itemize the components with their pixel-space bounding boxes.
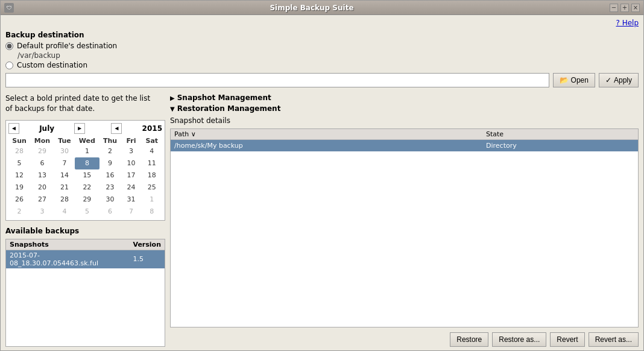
calendar-day[interactable]: 24 [121, 182, 141, 194]
calendar-day[interactable]: 2 [99, 145, 121, 157]
available-backups-title: Available backups [5, 227, 165, 235]
calendar-day[interactable]: 25 [142, 182, 162, 194]
calendar-day[interactable]: 7 [121, 206, 141, 218]
snapshot-details-title: Snapshot details [170, 116, 639, 125]
calendar-day[interactable]: 29 [75, 194, 99, 206]
calendar-day[interactable]: 20 [30, 182, 54, 194]
maximize-button[interactable]: + [620, 4, 629, 12]
apply-icon: ✓ [605, 76, 611, 84]
left-panel: Select a bold printed date to get the li… [5, 93, 165, 347]
calendar-day[interactable]: 31 [121, 194, 141, 206]
help-link[interactable]: ? Help [616, 19, 639, 27]
open-label: Open [571, 76, 589, 84]
backup-destination-title: Backup destination [5, 31, 639, 39]
close-button[interactable]: × [631, 4, 640, 12]
backups-table-container: SnapshotsVersion 2015-07-08_18.30.07.054… [5, 239, 165, 347]
calendar-day[interactable]: 1 [142, 194, 162, 206]
minimize-button[interactable]: − [610, 4, 618, 12]
window-title: Simple Backup Suite [14, 4, 610, 12]
custom-path-input[interactable] [5, 73, 549, 87]
open-icon: 📂 [560, 76, 569, 84]
calendar-day-header: Fri [121, 136, 141, 145]
calendar-day[interactable]: 6 [30, 157, 54, 169]
apply-button[interactable]: ✓ Apply [599, 73, 639, 87]
calendar-day[interactable]: 28 [54, 194, 75, 206]
calendar-day[interactable]: 15 [75, 169, 99, 182]
calendar-day[interactable]: 9 [99, 157, 121, 169]
restore-button[interactable]: Restore [450, 332, 488, 347]
calendar-day[interactable]: 27 [30, 194, 54, 206]
calendar-day[interactable]: 26 [8, 194, 30, 206]
calendar-day[interactable]: 8 [75, 157, 99, 169]
calendar-day[interactable]: 13 [30, 169, 54, 182]
calendar-day-header: Sun [8, 136, 30, 145]
calendar-day[interactable]: 4 [142, 145, 162, 157]
snapshot-table-container: Path ∨State /home/sk/My backupDirectory [170, 128, 639, 327]
custom-destination-label: Custom destination [17, 61, 87, 69]
titlebar: 🛡 Simple Backup Suite − + × [1, 1, 643, 15]
calendar-day[interactable]: 23 [99, 182, 121, 194]
calendar-week-row: 2627282930311 [8, 194, 162, 206]
calendar-day[interactable]: 11 [142, 157, 162, 169]
calendar-day[interactable]: 19 [8, 182, 30, 194]
content-area: ? Help Backup destination Default profil… [1, 15, 643, 350]
revert-button[interactable]: Revert [550, 332, 584, 347]
calendar-day[interactable]: 17 [121, 169, 141, 182]
calendar-day[interactable]: 12 [8, 169, 30, 182]
calendar-day[interactable]: 22 [75, 182, 99, 194]
restoration-management-header[interactable]: ▼ Restoration Management [170, 104, 639, 113]
backup-row[interactable]: 2015-07-08_18.30.07.054463.sk.ful1.5 [6, 250, 165, 268]
calendar-day[interactable]: 30 [54, 145, 75, 157]
custom-destination-radio-row: Custom destination [5, 61, 639, 69]
snapshot-management-header[interactable]: ▶ Snapshot Management [170, 93, 639, 102]
destination-input-row: 📂 Open ✓ Apply [5, 73, 639, 87]
calendar-nav: ◄ July ► ◄ 2015 [8, 123, 162, 134]
default-profile-radio[interactable] [5, 42, 13, 50]
snapshot-column-header[interactable]: State [482, 129, 638, 140]
open-button[interactable]: 📂 Open [553, 73, 595, 87]
snapshot-row[interactable]: /home/sk/My backupDirectory [171, 140, 638, 152]
backup-version-cell: 1.5 [129, 250, 165, 268]
calendar-day[interactable]: 21 [54, 182, 75, 194]
calendar-day[interactable]: 3 [30, 206, 54, 218]
calendar-day[interactable]: 14 [54, 169, 75, 182]
calendar-week-row: 567891011 [8, 157, 162, 169]
revert-as-button[interactable]: Revert as... [589, 332, 639, 347]
restore-as-button[interactable]: Restore as... [492, 332, 546, 347]
calendar-day[interactable]: 30 [99, 194, 121, 206]
backups-column-header: Version [129, 239, 165, 250]
prev-month-button[interactable]: ◄ [8, 123, 19, 134]
calendar-year: 2015 [142, 124, 162, 133]
calendar-day[interactable]: 3 [121, 145, 141, 157]
snapshot-column-header[interactable]: Path ∨ [171, 129, 482, 140]
main-window: 🛡 Simple Backup Suite − + × ? Help Backu… [0, 0, 644, 351]
snapshot-path-cell: /home/sk/My backup [171, 140, 482, 152]
backups-column-header: Snapshots [6, 239, 129, 250]
calendar-day-header: Tue [54, 136, 75, 145]
apply-label: Apply [614, 76, 632, 84]
calendar-day[interactable]: 8 [142, 206, 162, 218]
backups-table: SnapshotsVersion 2015-07-08_18.30.07.054… [6, 239, 165, 268]
calendar-day[interactable]: 5 [75, 206, 99, 218]
custom-destination-radio[interactable] [5, 62, 13, 69]
calendar-day[interactable]: 4 [54, 206, 75, 218]
calendar-day[interactable]: 16 [99, 169, 121, 182]
calendar-day[interactable]: 18 [142, 169, 162, 182]
app-icon: 🛡 [4, 3, 14, 13]
calendar-day[interactable]: 1 [75, 145, 99, 157]
calendar-day[interactable]: 29 [30, 145, 54, 157]
snapshot-management-label: Snapshot Management [177, 93, 271, 102]
calendar-day[interactable]: 6 [99, 206, 121, 218]
snapshot-collapsed-icon: ▶ [170, 95, 175, 101]
restoration-expanded-icon: ▼ [170, 106, 175, 112]
next-month-button[interactable]: ► [74, 123, 85, 134]
prev-year-button[interactable]: ◄ [111, 123, 122, 134]
calendar-day[interactable]: 10 [121, 157, 141, 169]
select-info: Select a bold printed date to get the li… [5, 93, 165, 114]
calendar-day-header: Mon [30, 136, 54, 145]
calendar-day-header: Thu [99, 136, 121, 145]
calendar-day[interactable]: 5 [8, 157, 30, 169]
calendar-day[interactable]: 28 [8, 145, 30, 157]
calendar-day[interactable]: 7 [54, 157, 75, 169]
calendar-day[interactable]: 2 [8, 206, 30, 218]
